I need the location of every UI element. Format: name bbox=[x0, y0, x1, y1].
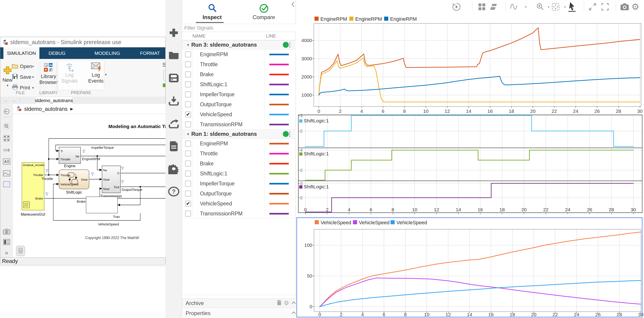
signal-checkbox[interactable] bbox=[185, 121, 191, 127]
forward-nav-icon[interactable]: → bbox=[11, 97, 16, 104]
tab-inspect[interactable]: Inspect bbox=[196, 2, 229, 22]
tab-format[interactable]: FORMAT bbox=[140, 47, 160, 59]
signal-checkbox[interactable] bbox=[185, 101, 191, 107]
block-transmission[interactable]: Ne Gear Nout Ti Tout Transmission bbox=[100, 166, 122, 198]
open-icon[interactable] bbox=[12, 63, 18, 70]
report-icon[interactable] bbox=[166, 141, 182, 151]
shiftlogic-strip-1[interactable]: 23ShiftLogic:1 bbox=[298, 113, 642, 148]
log-events-icon[interactable] bbox=[91, 62, 102, 73]
back-nav-icon[interactable]: ← bbox=[3, 97, 8, 104]
archive-section[interactable]: Archive ⚙ bbox=[182, 299, 296, 308]
signal-checkbox[interactable]: ✔ bbox=[185, 111, 191, 117]
up-nav-icon[interactable]: ↑ bbox=[18, 97, 21, 104]
signal-checkbox[interactable] bbox=[185, 51, 191, 57]
filter-signals-input[interactable] bbox=[182, 24, 296, 32]
import-icon[interactable] bbox=[166, 96, 182, 106]
print-icon[interactable] bbox=[12, 84, 18, 91]
signal-checkbox[interactable]: ✔ bbox=[185, 201, 191, 207]
properties-collapse-icon[interactable] bbox=[292, 311, 296, 315]
print-dropdown[interactable]: ▾ bbox=[32, 86, 34, 90]
signal-row[interactable]: Throttle bbox=[182, 149, 296, 159]
signal-checkbox[interactable] bbox=[185, 141, 191, 146]
signal-row[interactable]: Brake bbox=[182, 159, 296, 169]
signal-checkbox[interactable] bbox=[185, 161, 191, 167]
signal-checkbox[interactable] bbox=[185, 211, 191, 217]
vehicle-speed-chart[interactable]: 024681012141618202224262830050100Vehicle… bbox=[304, 220, 644, 317]
image-icon[interactable] bbox=[0, 170, 13, 176]
model-browser-icon[interactable] bbox=[0, 239, 13, 245]
export-icon[interactable] bbox=[166, 119, 182, 128]
tab-compare[interactable]: Compare bbox=[247, 2, 280, 22]
log-signals-icon[interactable] bbox=[64, 62, 75, 73]
hide-explorer-icon[interactable] bbox=[0, 108, 13, 115]
add-icon[interactable] bbox=[166, 28, 182, 38]
open-dropdown[interactable]: ▾ bbox=[32, 64, 34, 68]
signal-lines-icon[interactable] bbox=[0, 148, 13, 153]
signal-row[interactable]: EngineRPM bbox=[182, 139, 296, 149]
tab-debug[interactable]: DEBUG bbox=[48, 47, 66, 59]
new-icon[interactable] bbox=[3, 66, 12, 76]
run-menu-icon[interactable] bbox=[289, 131, 290, 137]
log-events-button[interactable]: LogEvents bbox=[86, 72, 106, 84]
save-session-icon[interactable] bbox=[166, 73, 182, 82]
run-collapse-icon[interactable]: ▾ bbox=[187, 132, 189, 136]
block-vehicle[interactable] bbox=[86, 197, 118, 213]
shiftlogic-strip-2[interactable]: 24ShiftLogic:1 bbox=[298, 148, 642, 181]
tab-modeling[interactable]: MODELING bbox=[94, 47, 120, 59]
log-signals-button[interactable]: LogSignals bbox=[60, 72, 79, 84]
signal-row[interactable]: EngineRPM bbox=[182, 49, 296, 59]
block-maneuversgui[interactable]: Gradual_Accelerat Throttle Brake Maneuve… bbox=[21, 162, 47, 216]
signal-row[interactable]: ✔VehicleSpeed bbox=[182, 109, 296, 119]
zoom-region-icon[interactable] bbox=[0, 123, 13, 130]
annotation-icon[interactable]: A bbox=[0, 159, 13, 164]
save-icon[interactable] bbox=[12, 73, 18, 80]
signal-row[interactable]: OutputTorque bbox=[182, 99, 296, 109]
signal-row[interactable]: ShiftLogic:1 bbox=[182, 79, 296, 89]
help-icon[interactable]: ? bbox=[166, 187, 182, 197]
settings-gear-icon[interactable] bbox=[166, 163, 182, 174]
signal-checkbox[interactable] bbox=[185, 61, 191, 67]
area-icon[interactable] bbox=[0, 181, 13, 187]
signal-checkbox[interactable] bbox=[185, 71, 191, 77]
model-canvas[interactable]: Modeling an Automatic Transm bbox=[13, 114, 166, 257]
save-button[interactable]: Save bbox=[20, 74, 31, 80]
signal-checkbox[interactable] bbox=[185, 91, 191, 97]
signal-row[interactable]: OutputTorque bbox=[182, 189, 296, 199]
run-collapse-icon[interactable]: ▾ bbox=[187, 43, 189, 47]
signal-checkbox[interactable] bbox=[185, 151, 191, 156]
library-browser-button[interactable]: LibraryBrowser bbox=[40, 73, 58, 85]
archive-settings-gear-icon[interactable]: ⚙ bbox=[284, 300, 289, 307]
run-menu-icon[interactable] bbox=[289, 42, 290, 47]
expand-palette-icon[interactable]: » bbox=[0, 249, 13, 256]
library-browser-icon[interactable] bbox=[44, 62, 53, 73]
data-store-button[interactable] bbox=[16, 246, 25, 256]
model-tab[interactable]: sldemo_autotrans bbox=[35, 97, 73, 104]
archive-collapse-icon[interactable] bbox=[292, 301, 296, 305]
prepare-dropdown[interactable]: ▾ bbox=[105, 72, 107, 77]
open-button[interactable]: Open bbox=[20, 63, 32, 69]
signal-row[interactable]: Brake bbox=[182, 69, 296, 79]
screenshot-icon[interactable] bbox=[0, 229, 13, 235]
signal-checkbox[interactable] bbox=[185, 81, 191, 87]
signal-row[interactable]: Throttle bbox=[182, 59, 296, 69]
trash-icon[interactable] bbox=[276, 300, 282, 307]
signal-row[interactable]: TransmissionRPM bbox=[182, 209, 296, 219]
signal-row[interactable]: TransmissionRPM bbox=[182, 119, 296, 129]
fit-to-view-icon[interactable] bbox=[0, 135, 13, 142]
signal-row[interactable]: ImpellerTorque bbox=[182, 179, 296, 189]
block-shiftlogic[interactable]: Throttle VehicleSpeed Gear ShiftLogic bbox=[59, 170, 89, 194]
signal-checkbox[interactable] bbox=[185, 181, 191, 187]
run-header[interactable]: ▾Run 1: sldemo_autotrans bbox=[182, 129, 296, 139]
print-button[interactable]: Print bbox=[20, 85, 30, 91]
block-engine[interactable]: Ti Throttle Ne Engine bbox=[59, 147, 80, 168]
collapse-panel-icon[interactable] bbox=[291, 1, 295, 8]
signal-row[interactable]: ✔VehicleSpeed bbox=[182, 199, 296, 209]
signal-row[interactable]: ImpellerTorque bbox=[182, 89, 296, 99]
engine-rpm-chart[interactable]: 0246810121416182022242628301000200030004… bbox=[301, 16, 642, 114]
shiftlogic-strip-3[interactable]: 02468101214161820222426283023ShiftLogic:… bbox=[298, 181, 642, 214]
signal-checkbox[interactable] bbox=[185, 171, 191, 177]
save-dropdown[interactable]: ▾ bbox=[32, 75, 34, 79]
breadcrumb[interactable]: sldemo_autotrans ▶ bbox=[13, 104, 166, 114]
signal-row[interactable]: ShiftLogic:1 bbox=[182, 169, 296, 179]
signal-checkbox[interactable] bbox=[185, 191, 191, 197]
